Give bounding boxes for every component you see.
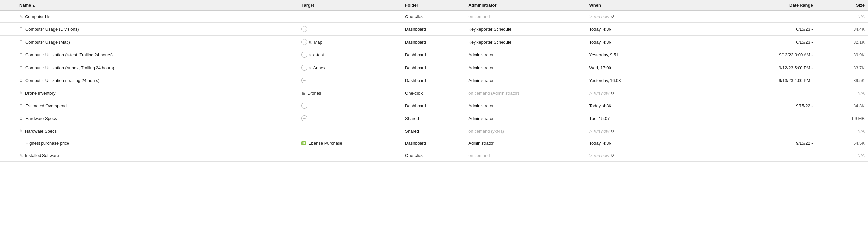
target-cell: →⊞Map (301, 39, 398, 45)
report-name[interactable]: Hardware Specs (25, 129, 295, 134)
drag-handle[interactable]: ⋮ (6, 14, 10, 19)
arrow-icon: → (301, 115, 307, 121)
target-column-header[interactable]: Target (298, 0, 402, 10)
administrator-cell: Administrator (465, 99, 586, 112)
table-row: ⋮ 🗒 Computer Utilization (Trailing 24 ho… (0, 74, 868, 87)
administrator-cell: KeyReporter Schedule (465, 36, 586, 49)
when-cell: Today, 4:36 (586, 36, 689, 49)
report-name[interactable]: Computer Utilization (Annex, Trailing 24… (25, 65, 295, 70)
when-cell: Wed, 17:00 (586, 61, 689, 74)
name-cell: ✎ Computer List (20, 14, 295, 19)
doc-icon: 🗒 (20, 27, 23, 31)
daterange-column-header[interactable]: Date Range (689, 0, 816, 10)
target-cell: → (301, 115, 398, 121)
when-cell: Yesterday, 16:03 (586, 74, 689, 87)
drag-handle[interactable]: ⋮ (6, 116, 10, 121)
when-cell: ▷ run now ↺ (586, 10, 689, 23)
name-cell: 🗒 Estimated Overspend (20, 103, 295, 108)
size-cell: 84.3K (816, 99, 868, 112)
refresh-icon[interactable]: ↺ (611, 14, 615, 19)
run-now-text[interactable]: run now (594, 91, 609, 96)
drag-handle[interactable]: ⋮ (6, 141, 10, 146)
play-icon[interactable]: ▷ (589, 153, 592, 158)
arrow-grid-icon: → (301, 39, 307, 45)
report-name[interactable]: Installed Software (25, 153, 295, 158)
size-cell: 33.7K (816, 61, 868, 74)
folder-cell: One-click (402, 87, 465, 99)
target-cell: →⧖Annex (301, 65, 398, 71)
drag-handle[interactable]: ⋮ (6, 153, 10, 158)
run-now-cell: ▷ run now ↺ (589, 14, 686, 19)
refresh-icon[interactable]: ↺ (611, 91, 615, 96)
size-cell: 64.5K (816, 137, 868, 149)
arrow-icon: → (301, 78, 307, 83)
table-row: ⋮ 🗒 Computer Utilization (a-test, Traili… (0, 49, 868, 61)
administrator-cell: Administrator (465, 137, 586, 149)
table-row: ⋮ 🗒 Computer Utilization (Annex, Trailin… (0, 61, 868, 74)
target-text: a-test (313, 52, 324, 57)
drag-handle[interactable]: ⋮ (6, 26, 10, 32)
drag-handle[interactable]: ⋮ (6, 128, 10, 134)
run-now-text[interactable]: run now (594, 14, 609, 19)
when-column-header[interactable]: When (586, 0, 689, 10)
play-icon[interactable]: ▷ (589, 14, 592, 19)
when-cell: ▷ run now ↺ (586, 125, 689, 137)
on-demand-text: on demand (Administrator) (468, 91, 519, 96)
report-name[interactable]: Computer Usage (Map) (25, 39, 295, 45)
play-icon[interactable]: ▷ (589, 129, 592, 133)
daterange-cell (689, 87, 816, 99)
size-cell: 32.1K (816, 36, 868, 49)
name-column-header[interactable]: Name (16, 0, 298, 10)
drag-handle[interactable]: ⋮ (6, 65, 10, 70)
folder-cell: Shared (402, 112, 465, 125)
size-cell: N/A (816, 87, 868, 99)
drag-handle[interactable]: ⋮ (6, 78, 10, 83)
folder-cell: Dashboard (402, 99, 465, 112)
edit-icon: ✎ (20, 91, 23, 96)
filter-icon: ⧖ (309, 66, 311, 70)
target-cell: → (301, 26, 398, 32)
drag-handle[interactable]: ⋮ (6, 103, 10, 108)
folder-cell: Dashboard (402, 23, 465, 36)
table-row: ⋮ 🗒 Hardware Specs →SharedAdministratorT… (0, 112, 868, 125)
drag-handle[interactable]: ⋮ (6, 39, 10, 45)
report-name[interactable]: Computer List (25, 14, 295, 19)
on-demand-text: on demand (468, 153, 490, 158)
when-cell: ▷ run now ↺ (586, 149, 689, 162)
na-text: N/A (858, 129, 865, 134)
report-name[interactable]: Estimated Overspend (25, 103, 295, 108)
report-name[interactable]: Highest purchase price (25, 141, 295, 146)
edit-icon: ✎ (20, 153, 23, 158)
administrator-cell: on demand (Administrator) (465, 87, 586, 99)
size-cell: 39.9K (816, 49, 868, 61)
drag-handle[interactable]: ⋮ (6, 52, 10, 57)
doc-icon: 🗒 (20, 103, 23, 108)
report-name[interactable]: Drone Inventory (25, 91, 295, 96)
report-name[interactable]: Computer Utilization (Trailing 24 hours) (25, 78, 295, 83)
administrator-cell: KeyReporter Schedule (465, 23, 586, 36)
size-column-header[interactable]: Size (816, 0, 868, 10)
arrow-filter-icon: → (301, 65, 307, 71)
daterange-cell: 9/12/23 5:00 PM - (689, 61, 816, 74)
administrator-column-header[interactable]: Administrator (465, 0, 586, 10)
daterange-cell (689, 10, 816, 23)
doc-icon: 🗒 (20, 141, 23, 145)
run-now-text[interactable]: run now (594, 129, 609, 134)
refresh-icon[interactable]: ↺ (611, 153, 615, 158)
run-now-cell: ▷ run now ↺ (589, 153, 686, 158)
administrator-cell: on demand (465, 149, 586, 162)
when-cell: ▷ run now ↺ (586, 87, 689, 99)
folder-column-header[interactable]: Folder (402, 0, 465, 10)
administrator-cell: on demand (465, 10, 586, 23)
target-cell: ⊞License Purchase (301, 141, 398, 146)
report-name[interactable]: Computer Utilization (a-test, Trailing 2… (25, 52, 295, 57)
table-header-row: Name Target Folder Administrator When Da… (0, 0, 868, 10)
drag-handle[interactable]: ⋮ (6, 90, 10, 96)
arrow-icon: → (301, 103, 307, 109)
play-icon[interactable]: ▷ (589, 91, 592, 95)
refresh-icon[interactable]: ↺ (611, 129, 615, 134)
run-now-cell: ▷ run now ↺ (589, 129, 686, 134)
report-name[interactable]: Computer Usage (Divisions) (25, 27, 295, 32)
run-now-text[interactable]: run now (594, 153, 609, 158)
report-name[interactable]: Hardware Specs (25, 116, 295, 121)
